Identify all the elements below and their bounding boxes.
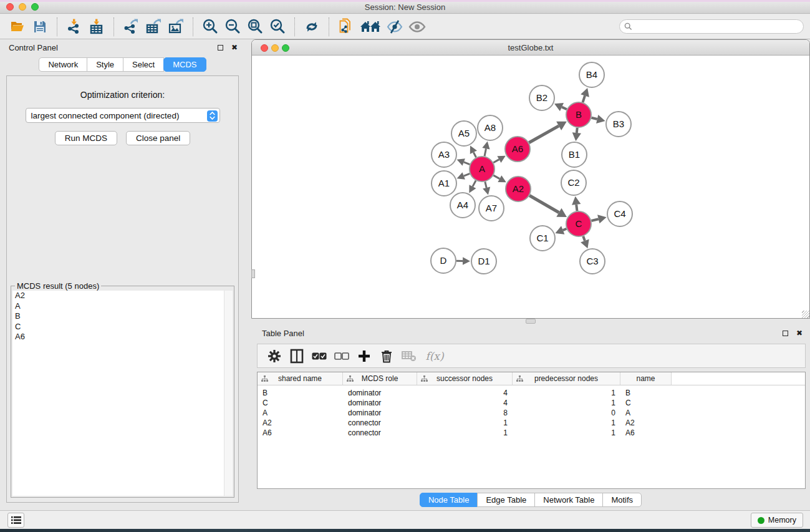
divider-grip[interactable]	[526, 319, 536, 324]
zoom-in-button[interactable]	[199, 16, 221, 37]
edge-B-B4[interactable]	[583, 95, 585, 102]
edge-B-B3[interactable]	[591, 118, 597, 119]
tab-network[interactable]: Network	[39, 57, 87, 72]
scrollbar-track[interactable]	[224, 291, 233, 496]
edge-B-B2[interactable]	[562, 107, 567, 110]
table-row[interactable]: Cdominator41C	[258, 398, 805, 408]
window-resize-grip[interactable]	[802, 311, 809, 318]
cell-MCDS-role[interactable]: dominator	[343, 399, 417, 407]
home-button[interactable]	[357, 16, 383, 37]
mcds-result-list[interactable]: A2ABCA6	[12, 291, 233, 496]
window-edge-grip[interactable]	[251, 269, 255, 278]
tab-node-table[interactable]: Node Table	[420, 493, 478, 507]
search-input[interactable]	[635, 21, 803, 32]
cell-shared-name[interactable]: A2	[258, 418, 343, 427]
tab-select[interactable]: Select	[123, 57, 164, 72]
cell-predecessor-nodes[interactable]: 1	[513, 399, 620, 407]
table-row[interactable]: Adominator80A	[258, 408, 805, 418]
cell-predecessor-nodes[interactable]: 0	[513, 409, 620, 417]
select-all-rows-button[interactable]	[310, 347, 329, 365]
edge-C-C1[interactable]	[563, 229, 567, 230]
cell-successor-nodes[interactable]: 4	[417, 389, 513, 397]
cell-name[interactable]: A2	[620, 418, 672, 427]
cell-name[interactable]: C	[620, 399, 672, 407]
cell-MCDS-role[interactable]: dominator	[343, 389, 417, 397]
tab-mcds[interactable]: MCDS	[163, 57, 206, 72]
memory-button[interactable]: Memory	[751, 513, 803, 528]
run-mcds-button[interactable]: Run MCDS	[55, 131, 117, 145]
cell-successor-nodes[interactable]: 1	[417, 418, 513, 427]
edge-A2-C[interactable]	[529, 195, 559, 212]
table-settings-button[interactable]	[265, 347, 284, 365]
close-panel-button[interactable]: Close panel	[126, 131, 190, 145]
float-panel-icon[interactable]	[218, 45, 223, 51]
column-header-MCDS-role[interactable]: MCDS role	[343, 372, 417, 385]
edge-C-C2[interactable]	[576, 205, 577, 211]
import-table-button[interactable]	[85, 16, 108, 37]
edge-A-A2[interactable]	[493, 175, 499, 178]
table-row[interactable]: A6connector11A6	[258, 428, 805, 438]
tab-edge-table[interactable]: Edge Table	[477, 493, 535, 507]
result-item[interactable]: B	[12, 311, 233, 322]
close-panel-icon[interactable]: ✖	[796, 329, 803, 337]
column-header-successor-nodes[interactable]: successor nodes	[417, 372, 513, 385]
delete-table-button[interactable]	[400, 347, 418, 365]
network-graph[interactable]: AA1A2A3A4A5A6A7A8BB1B2B3B4CC1C2C3C4DD1	[252, 56, 809, 318]
result-item[interactable]: A2	[12, 291, 233, 301]
edge-A-A8[interactable]	[485, 148, 486, 156]
table-row[interactable]: Bdominator41B	[258, 388, 805, 398]
cell-MCDS-role[interactable]: connector	[343, 418, 417, 427]
close-panel-icon[interactable]: ✖	[231, 44, 238, 51]
cell-name[interactable]: A6	[620, 428, 672, 437]
table-row[interactable]: A2connector11A2	[258, 418, 805, 428]
function-builder-button[interactable]: f(x)	[422, 347, 447, 365]
cell-successor-nodes[interactable]: 8	[417, 409, 513, 417]
create-column-button[interactable]	[355, 347, 374, 365]
column-header-shared-name[interactable]: shared name	[258, 372, 343, 385]
cell-successor-nodes[interactable]: 4	[417, 399, 513, 407]
search-field[interactable]	[619, 19, 804, 34]
zoom-selected-button[interactable]	[266, 16, 289, 37]
edge-A-A7[interactable]	[485, 181, 486, 188]
cell-predecessor-nodes[interactable]: 1	[513, 418, 620, 427]
result-item[interactable]: A	[12, 301, 233, 312]
cell-shared-name[interactable]: A	[258, 409, 343, 417]
edge-A6-B[interactable]	[529, 126, 559, 143]
edge-A-A6[interactable]	[493, 160, 499, 163]
tab-network-table[interactable]: Network Table	[534, 493, 603, 507]
network-from-file-button[interactable]	[335, 16, 357, 37]
show-all-button[interactable]	[406, 16, 428, 37]
result-item[interactable]: C	[12, 322, 233, 332]
cell-MCDS-role[interactable]: dominator	[343, 409, 417, 417]
edge-B-B1[interactable]	[577, 128, 577, 133]
float-panel-icon[interactable]	[783, 331, 788, 336]
cell-name[interactable]: B	[620, 389, 672, 397]
zoom-out-button[interactable]	[221, 16, 244, 37]
column-header-name[interactable]: name	[620, 372, 672, 385]
export-network-button[interactable]	[120, 16, 142, 37]
refresh-button[interactable]	[301, 16, 323, 37]
hide-selected-button[interactable]	[383, 16, 406, 37]
cell-MCDS-role[interactable]: connector	[343, 428, 417, 437]
tab-style[interactable]: Style	[87, 57, 123, 72]
edge-A-A1[interactable]	[464, 173, 470, 176]
export-table-button[interactable]	[142, 16, 165, 37]
zoom-fit-button[interactable]	[244, 16, 266, 37]
column-header-predecessor-nodes[interactable]: predecessor nodes	[513, 372, 620, 385]
tab-motifs[interactable]: Motifs	[602, 493, 642, 507]
network-window-titlebar[interactable]: testGlobe.txt	[252, 40, 809, 56]
import-network-button[interactable]	[63, 16, 85, 37]
cell-name[interactable]: A	[620, 409, 672, 417]
horizontal-divider[interactable]	[251, 319, 810, 325]
cell-shared-name[interactable]: A6	[258, 428, 343, 437]
edge-A-A5[interactable]	[473, 152, 476, 157]
result-item[interactable]: A6	[12, 332, 233, 342]
open-session-button[interactable]	[6, 16, 29, 37]
cell-predecessor-nodes[interactable]: 1	[513, 428, 620, 437]
delete-column-button[interactable]	[377, 347, 396, 365]
save-session-button[interactable]	[29, 16, 51, 37]
edge-C-C3[interactable]	[583, 236, 585, 241]
cell-shared-name[interactable]: B	[258, 389, 343, 397]
show-columns-button[interactable]	[287, 347, 306, 365]
export-image-button[interactable]	[165, 16, 187, 37]
